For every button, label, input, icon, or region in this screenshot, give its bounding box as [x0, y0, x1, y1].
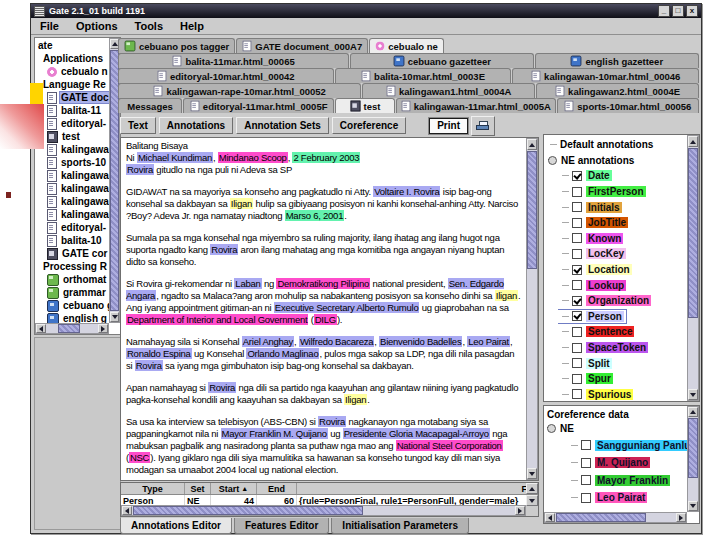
annotation-span-person[interactable]: Rovira [126, 164, 154, 175]
annotation-span-person[interactable]: Presidente Gloria Macapagal-Arroyo [343, 428, 490, 439]
print-button[interactable]: Print [429, 118, 468, 134]
printer-icon-button[interactable] [471, 116, 495, 136]
scroll-down-button[interactable] [688, 501, 698, 511]
annotation-span-date[interactable]: 2 February 2003 [292, 152, 360, 163]
scroll-down-button[interactable] [110, 312, 119, 322]
tab-cebualo-ne[interactable]: cebualo ne [369, 38, 444, 53]
checkbox-sentence[interactable] [572, 327, 582, 337]
annotation-span-loc[interactable]: Iligan [344, 394, 367, 405]
annotation-type-spacetoken[interactable]: SpaceToken [558, 340, 687, 356]
coreference-chain-mayor-franklin[interactable]: Mayor Franklin [569, 472, 687, 490]
tab-editoryal-10mar-html-00042[interactable]: editoryal-10mar.html_00042 [118, 68, 334, 83]
annotation-type-label[interactable]: Split [586, 358, 612, 369]
view-button-coreference[interactable]: Coreference [332, 117, 406, 134]
tab-test[interactable]: test [335, 98, 395, 113]
tab-features-editor[interactable]: Features Editor [234, 518, 329, 534]
coref-horizontal-scrollbar[interactable] [544, 512, 687, 523]
scroll-up-button[interactable] [527, 139, 537, 150]
table-vertical-spinner[interactable] [526, 483, 538, 506]
annotation-span-loc[interactable]: Iligan [230, 198, 253, 209]
tree-item-cebuano-g[interactable]: cebuano g [35, 299, 109, 312]
document-vertical-scrollbar[interactable] [526, 138, 538, 480]
menu-file[interactable]: File [40, 20, 59, 32]
close-button[interactable]: x [686, 5, 698, 17]
scroll-down-button[interactable] [527, 468, 537, 479]
tree-item-language-re[interactable]: Language Re [35, 78, 109, 91]
tab-sports-10mar-html-00056[interactable]: sports-10mar.html_00056 [557, 98, 699, 113]
scrollbar-thumb[interactable] [527, 151, 537, 269]
tab-cebuano-gazetteer[interactable]: cebuano gazetteer [350, 53, 533, 68]
annotation-type-spur[interactable]: Spur [558, 371, 687, 387]
tree-item-kalingawa[interactable]: kalingawa [35, 169, 109, 182]
tree-item-cebualo-n[interactable]: cebualo n [35, 65, 109, 78]
scroll-right-button[interactable] [676, 513, 686, 522]
scroll-up-button[interactable] [688, 136, 698, 147]
annotation-type-label[interactable]: Sentence [586, 326, 634, 337]
annotation-type-location[interactable]: Location [558, 262, 687, 278]
annotation-type-label[interactable]: Spurious [586, 389, 633, 400]
annotation-type-label[interactable]: LocKey [586, 248, 626, 259]
sidebar-horizontal-scrollbar[interactable] [35, 323, 109, 334]
tree-item-editoryal[interactable]: editoryal- [35, 221, 109, 234]
annotation-type-label[interactable]: Initials [586, 202, 622, 213]
tree-expand-handle-icon[interactable] [548, 156, 557, 165]
annotation-span-loc[interactable]: Iligan [495, 290, 518, 301]
tab-initialisation-parameters[interactable]: Initialisation Parameters [331, 518, 469, 534]
tab-kalingawan1-html-0004a[interactable]: kalingawan1.html_0004A [362, 83, 535, 98]
checkbox-m-quijano[interactable] [581, 458, 591, 468]
tab-english-gazetteer[interactable]: english gazetteer [535, 53, 699, 68]
tab-gate-document-000a7[interactable]: GATE document_000A7 [236, 38, 368, 53]
spin-up-button[interactable] [526, 483, 538, 494]
scrollbar-thumb[interactable] [133, 506, 363, 515]
annotation-span-date[interactable]: Marso 6, 2001 [285, 210, 344, 221]
checkbox-sangguniang-panlung[interactable] [581, 440, 591, 450]
coref-vertical-scrollbar[interactable] [687, 406, 699, 512]
tree-item-grammar[interactable]: grammar [35, 286, 109, 299]
annotation-type-label[interactable]: Location [586, 264, 632, 275]
annotation-span-person[interactable]: Leo Pairat [467, 336, 510, 347]
checkbox-mayor-franklin[interactable] [581, 475, 591, 485]
annotation-type-lookup[interactable]: Lookup [558, 277, 687, 293]
checkbox-split[interactable] [572, 358, 582, 368]
annotation-type-jobtitle[interactable]: JobTitle [558, 215, 687, 231]
annotation-type-sentence[interactable]: Sentence [558, 324, 687, 340]
checkbox-lockey[interactable] [572, 249, 582, 259]
annotation-type-label[interactable]: Lookup [586, 280, 626, 291]
annotation-span-person[interactable]: Rovira [210, 244, 238, 255]
column-header-fea[interactable]: Fea [297, 483, 538, 494]
checkbox-person[interactable] [572, 311, 582, 321]
annotation-span-person[interactable]: Orlando Maglinao [246, 348, 319, 359]
coreference-chain-label[interactable]: Mayor Franklin [595, 475, 670, 486]
coreference-chain-label[interactable]: Leo Pairat [595, 492, 647, 503]
annotation-span-person[interactable]: Ronaldo Espina [126, 348, 192, 359]
tree-item-balita-10[interactable]: balita-10 [35, 234, 109, 247]
tree-item-english-g[interactable]: english g [35, 312, 109, 323]
annotation-span-org[interactable]: Mindanao Scoop [218, 152, 288, 163]
scroll-up-button[interactable] [688, 407, 698, 417]
document-text[interactable]: Balitang BisayaNi Michael Kundiman, Mind… [121, 138, 525, 480]
tree-item-balita-11[interactable]: balita-11 [35, 104, 109, 117]
checkbox-known[interactable] [572, 233, 582, 243]
tree-expand-handle-icon[interactable] [547, 424, 556, 433]
types-vertical-scrollbar[interactable] [687, 135, 699, 401]
menu-help[interactable]: Help [180, 20, 204, 32]
annotation-type-label[interactable]: Known [586, 233, 623, 244]
annotation-type-organization[interactable]: Organization [558, 293, 687, 309]
annotation-type-split[interactable]: Split [558, 355, 687, 371]
column-header-set[interactable]: Set [185, 483, 211, 494]
checkbox-firstperson[interactable] [572, 187, 582, 197]
checkbox-initials[interactable] [572, 202, 582, 212]
tree-item-gate-doc[interactable]: GATE doc [35, 91, 109, 104]
annotation-type-lockey[interactable]: LocKey [558, 246, 687, 262]
tree-item-kalingawa[interactable]: kalingawa [35, 143, 109, 156]
checkbox-spacetoken[interactable] [572, 343, 582, 353]
annotation-type-initials[interactable]: Initials [558, 199, 687, 215]
tab-kalingawan2-html-0004e[interactable]: kalingawan2.html_0004E [536, 83, 699, 98]
annotation-span-person[interactable]: Voltaire I. Rovira [373, 186, 440, 197]
annotation-type-date[interactable]: Date [558, 168, 687, 184]
view-button-text[interactable]: Text [120, 117, 156, 134]
annotation-type-label[interactable]: FirstPerson [586, 186, 646, 197]
annotation-span-person[interactable]: Bienvenido Badelles [379, 336, 462, 347]
annotation-span-org[interactable]: Department of Interior and Local Governm… [126, 314, 308, 325]
checkbox-lookup[interactable] [572, 280, 582, 290]
